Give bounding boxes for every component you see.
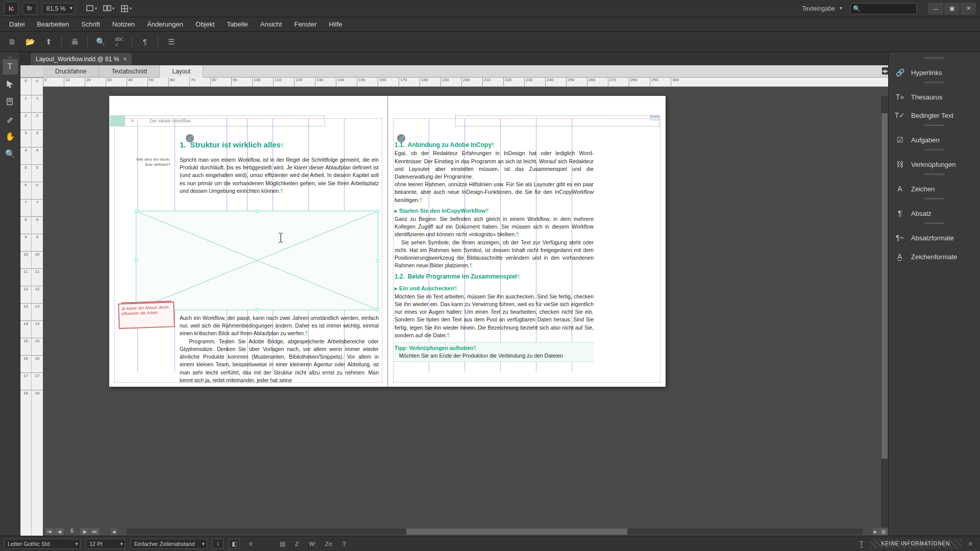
info-label: KEINE INFORMATIONEN [870,539,962,548]
zoom-select[interactable]: 81,5 % [42,3,75,14]
menu-datei[interactable]: Datei [3,18,31,30]
running-head-right: Struktur [455,115,659,127]
menu-ansicht[interactable]: Ansicht [254,18,288,30]
vertical-scrollbar[interactable] [881,96,888,528]
menubar: Datei Bearbeiten Schrift Notizen Änderun… [0,17,980,32]
note-arrow-tool[interactable] [3,77,18,92]
page-spread: # Der Ideale Workflow 🔗 1. Struktur ist … [109,96,666,387]
panel-aufgaben[interactable]: ☑Aufgaben [889,131,980,149]
panel-zeichen[interactable]: AZeichen [889,180,980,198]
bridge-button[interactable]: Br [22,3,37,15]
view-options-icon[interactable] [119,3,133,15]
canvas[interactable]: # Der Ideale Workflow 🔗 1. Struktur ist … [43,87,888,528]
new-doc-icon[interactable]: 🗎 [3,34,20,49]
tab-close-icon[interactable]: × [123,56,127,63]
body-text-2[interactable]: Auch ein Workflow, der passt, kann nach … [180,314,379,384]
pilcrow-icon[interactable]: ¶ [136,34,154,49]
conditional-text-icon: T✓ [895,111,905,119]
panels-dock: 🔗Hyperlinks T»Thesaurus T✓Bedingter Text… [888,52,980,536]
columns-icon[interactable]: 1 [212,539,224,549]
body-text-1[interactable]: Spricht man von einem Workflow, ist in d… [180,156,379,195]
panel-thesaurus[interactable]: T»Thesaurus [889,88,980,106]
menu-hilfe[interactable]: Hilfe [323,18,349,30]
arrange-docs-icon[interactable] [102,3,116,15]
menu-aenderungen[interactable]: Änderungen [141,18,189,30]
svg-rect-0 [87,6,93,11]
info-icon[interactable]: T̲ [855,539,867,549]
svg-rect-2 [108,6,111,11]
note-tool[interactable] [3,94,18,109]
stat-z: Z: [293,541,302,547]
panel-verknuepfungen[interactable]: ⛓Verknüpfungen [889,155,980,173]
opacity-icon[interactable] [103,528,110,535]
find-icon[interactable]: 🔍 [92,34,109,49]
right-column[interactable]: 1.1. Anbindung zu Adobe InCopy¶ Egal, ob… [395,141,594,362]
heading-1[interactable]: 1. Struktur ist wirklich alles¶ [180,139,379,151]
line-count-icon[interactable]: ▤ [277,539,288,549]
last-page-button[interactable]: ⏭ [90,528,99,535]
screen-mode-icon[interactable] [84,3,99,15]
type-tool[interactable]: T [3,59,18,74]
document-tab[interactable]: Layout_Workflow.indd @ 81 % × [31,53,132,65]
menu-bearbeiten[interactable]: Bearbeiten [31,18,75,30]
scroll-left-icon[interactable]: ◀ [110,528,117,535]
close-button[interactable]: ✕ [961,3,976,15]
hyperlinks-icon: 🔗 [895,68,905,77]
panel-hyperlinks[interactable]: 🔗Hyperlinks [889,63,980,82]
menu-objekt[interactable]: Objekt [189,18,221,30]
menu-flyout-icon[interactable]: ☰ [162,34,180,49]
status-bar: Letter Gothic Std 12 Pt Einfacher Zeilen… [0,536,980,551]
document-area: Layout_Workflow.indd @ 81 % × Druckfahne… [20,52,888,536]
para-styles-icon: ¶𝄐 [895,234,905,242]
page-number[interactable]: 6 [64,528,80,535]
direction-icon[interactable]: ◧ [229,539,240,549]
leading-select[interactable]: Einfacher Zeilenabstand [131,539,207,549]
split-view-icon[interactable]: ▥ [879,528,888,535]
save-icon[interactable]: ⬆ [40,34,57,49]
info-menu-icon[interactable]: ≡ [965,539,976,549]
panel-absatzformate[interactable]: ¶𝄐Absatzformate [889,229,980,247]
prev-page-button[interactable]: ◀ [55,528,64,535]
size-select[interactable]: 12 Pt [86,539,126,549]
running-head-left: # Der Ideale Workflow [115,115,325,127]
view-mode-tabs: Druckfahne Textabschnitt Layout [20,65,888,78]
open-icon[interactable]: 📂 [21,34,39,49]
scroll-right-icon[interactable]: ▶ [872,528,879,535]
tab-layout[interactable]: Layout [160,65,203,78]
hand-tool[interactable]: ✋ [3,129,18,144]
font-select[interactable]: Letter Gothic Std [4,539,81,549]
vertical-ruler: 0123456789101112131415161718 01234567891… [20,78,43,536]
panel-collapse-icon[interactable]: ◀▶ [882,67,888,74]
panel-zeichenformate[interactable]: A̲Zeichenformate [889,247,980,266]
zoom-tool[interactable]: 🔍 [3,146,18,161]
panel-absatz[interactable]: ¶Absatz [889,204,980,222]
sticky-note[interactable]: Je klarer der Ablauf, desto effizienter … [118,302,175,329]
h-scrollbar[interactable] [127,529,863,535]
side-note[interactable]: Wie wird ein Work-flow definiert? [135,157,170,167]
print-icon[interactable]: 🖶 [66,34,83,49]
tab-textabschnitt[interactable]: Textabschnitt [99,65,160,77]
image-placeholder[interactable] [136,211,378,310]
tools-panel: «» T ✋ 🔍 [0,52,20,536]
align-icon[interactable]: ≡ [245,539,256,549]
panel-bedingter-text[interactable]: T✓Bedingter Text [889,106,980,124]
menu-tabelle[interactable]: Tabelle [221,18,254,30]
minimize-button[interactable]: — [928,3,943,15]
search-box[interactable]: 🔍 [850,3,917,14]
control-toolbar: 🗎 📂 ⬆ 🖶 🔍 abc✓ ¶ ☰ [0,32,980,52]
tab-druckfahne[interactable]: Druckfahne [43,65,99,77]
eyedropper-tool[interactable] [3,111,18,127]
menu-schrift[interactable]: Schrift [75,18,106,30]
maximize-button[interactable]: ▣ [944,3,960,15]
app-logo: Ic [4,2,18,16]
first-page-button[interactable]: ⏮ [45,528,54,535]
workspace-select[interactable]: Texteingabe [798,3,843,14]
menu-fenster[interactable]: Fenster [288,18,323,30]
svg-rect-1 [104,6,107,11]
assignments-icon: ☑ [895,136,905,144]
next-page-button[interactable]: ▶ [80,528,89,535]
menu-notizen[interactable]: Notizen [106,18,141,30]
spellcheck-icon[interactable]: abc✓ [110,34,128,49]
stat-w: W: [307,541,318,547]
stat-zn: Zn: [323,541,335,547]
